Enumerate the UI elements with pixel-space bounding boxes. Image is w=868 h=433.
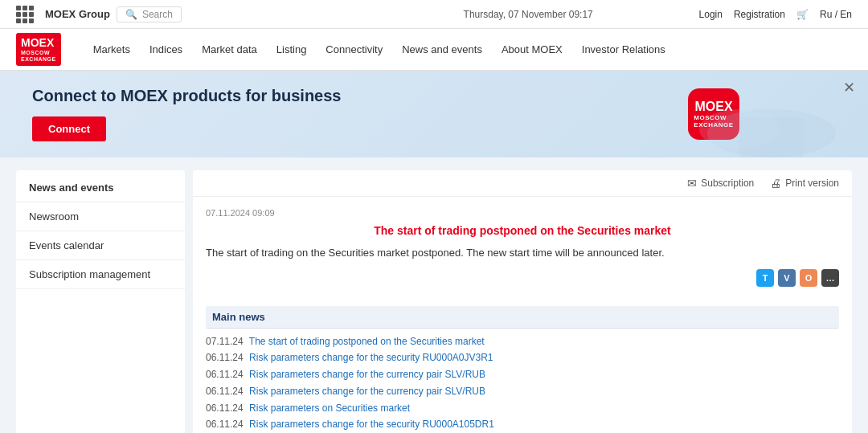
article-body: 07.11.2024 09:09 The start of trading po… [193, 197, 852, 306]
news-list: 07.11.24 The start of trading postponed … [206, 335, 839, 434]
news-item: 06.11.24 Risk parameters change for the … [206, 418, 839, 431]
main-nav: Markets Indices Market data Listing Conn… [93, 43, 665, 55]
language-toggle[interactable]: Ru / En [820, 9, 852, 20]
sidebar-item-newsroom[interactable]: Newsroom [16, 202, 185, 231]
banner-close-button[interactable]: ✕ [843, 79, 855, 96]
logo-sub1: MOSCOW [21, 50, 56, 56]
nav-market-data[interactable]: Market data [202, 43, 257, 55]
sidebar: News and events Newsroom Events calendar… [16, 170, 185, 433]
print-label: Print version [785, 178, 839, 189]
article-title: The start of trading postponed on the Se… [206, 224, 839, 237]
article-toolbar: ✉ Subscription 🖨 Print version [193, 170, 852, 197]
nav-indices[interactable]: Indices [149, 43, 182, 55]
news-item: 07.11.24 The start of trading postponed … [206, 335, 839, 349]
news-item: 06.11.24 Risk parameters change for the … [206, 385, 839, 398]
banner: Connect to MOEX products for business Co… [0, 71, 868, 157]
sidebar-item-subscription[interactable]: Subscription management [16, 260, 185, 289]
print-icon: 🖨 [770, 177, 781, 190]
article-date: 07.11.2024 09:09 [206, 208, 839, 218]
news-item: 06.11.24 Risk parameters change for the … [206, 368, 839, 382]
more-share-icon[interactable]: … [821, 269, 839, 287]
sidebar-title: News and events [16, 170, 185, 202]
logo-sub2: EXCHANGE [21, 56, 56, 63]
news-link-6[interactable]: Risk parameters change for the security … [249, 419, 494, 430]
cart-icon[interactable]: 🛒 [796, 9, 809, 20]
search-placeholder: Search [142, 9, 173, 20]
nav-bar: MOEX MOSCOW EXCHANGE Markets Indices Mar… [0, 29, 868, 71]
envelope-icon: ✉ [687, 177, 697, 190]
news-link-2[interactable]: Risk parameters change for the security … [249, 352, 493, 363]
social-share-icons: T V O … [206, 269, 839, 287]
news-list-section: Main news 07.11.24 The start of trading … [193, 306, 852, 434]
moex-logo: MOEX MOSCOW EXCHANGE [16, 33, 61, 67]
login-link[interactable]: Login [699, 9, 723, 20]
main-content: News and events Newsroom Events calendar… [0, 157, 868, 433]
subscription-label: Subscription [701, 178, 754, 189]
print-button[interactable]: 🖨 Print version [770, 177, 839, 190]
article-area: ✉ Subscription 🖨 Print version 07.11.202… [193, 170, 852, 433]
ok-share-icon[interactable]: O [800, 269, 817, 287]
sidebar-item-events[interactable]: Events calendar [16, 231, 185, 260]
banner-decoration [691, 93, 852, 157]
nav-logo[interactable]: MOEX MOSCOW EXCHANGE [16, 33, 61, 67]
nav-news-events[interactable]: News and events [402, 43, 482, 55]
logo-main-text: MOEX [21, 36, 56, 50]
news-link-5[interactable]: Risk parameters on Securities market [249, 402, 410, 414]
search-icon: 🔍 [125, 9, 137, 20]
twitter-share-icon[interactable]: T [756, 269, 774, 287]
top-bar-right: Login Registration 🛒 Ru / En [699, 9, 852, 20]
search-box[interactable]: 🔍 Search [117, 6, 182, 22]
news-link-3[interactable]: Risk parameters change for the currency … [249, 369, 485, 380]
nav-about[interactable]: About MOEX [502, 43, 563, 55]
grid-icon[interactable] [16, 6, 34, 23]
nav-investor[interactable]: Investor Relations [582, 43, 665, 55]
top-bar: MOEX Group 🔍 Search Thursday, 07 Novembe… [0, 0, 868, 29]
nav-markets[interactable]: Markets [93, 43, 130, 55]
brand-name: MOEX Group [45, 8, 110, 20]
vk-share-icon[interactable]: V [778, 269, 796, 287]
news-item: 06.11.24 Risk parameters on Securities m… [206, 402, 839, 415]
nav-connectivity[interactable]: Connectivity [326, 43, 383, 55]
news-item: 06.11.24 Risk parameters change for the … [206, 351, 839, 365]
datetime: Thursday, 07 November 09:17 [358, 9, 699, 20]
registration-link[interactable]: Registration [734, 9, 785, 20]
subscription-button[interactable]: ✉ Subscription [687, 177, 754, 190]
news-link-1[interactable]: The start of trading postponed on the Se… [249, 336, 485, 347]
news-list-title: Main news [206, 306, 839, 329]
news-link-4[interactable]: Risk parameters change for the currency … [249, 386, 485, 397]
connect-button[interactable]: Connect [32, 116, 106, 141]
svg-rect-2 [739, 117, 804, 157]
top-bar-left: MOEX Group 🔍 Search [16, 6, 358, 23]
nav-listing[interactable]: Listing [276, 43, 307, 55]
article-text: The start of trading on the Securities m… [206, 245, 839, 261]
